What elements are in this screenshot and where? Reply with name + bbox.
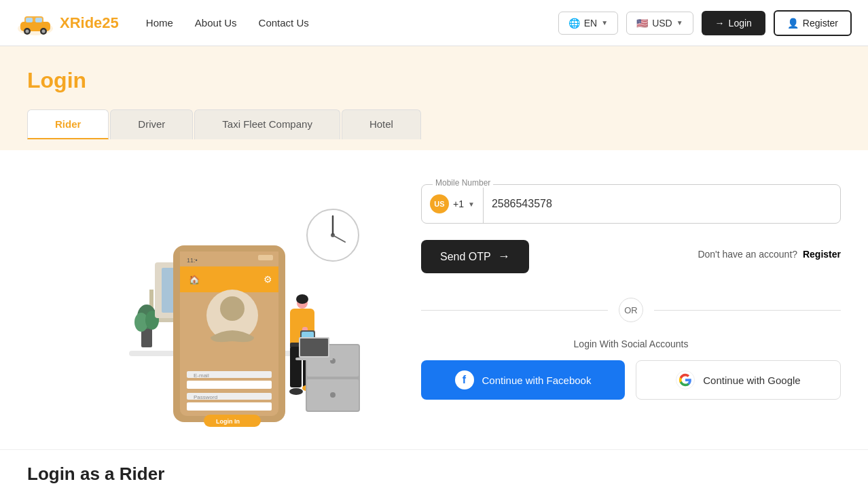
login-label: Login bbox=[729, 18, 752, 29]
register-label: Register bbox=[803, 18, 838, 29]
arrow-right-icon: → bbox=[498, 249, 510, 264]
google-login-button[interactable]: Continue with Google bbox=[636, 360, 841, 400]
svg-point-8 bbox=[42, 29, 46, 33]
fb-btn-label: Continue with Facebook bbox=[482, 375, 592, 386]
nav-about[interactable]: About Us bbox=[195, 2, 237, 44]
mobile-label: Mobile Number bbox=[433, 178, 493, 188]
svg-point-6 bbox=[26, 29, 29, 33]
tab-hotel[interactable]: Hotel bbox=[342, 109, 421, 139]
svg-text:⚙: ⚙ bbox=[264, 274, 272, 285]
usd-flag-icon: 🇺🇸 bbox=[636, 18, 648, 29]
hero-section: Login Rider Driver Taxi Fleet Company Ho… bbox=[0, 46, 868, 150]
svg-text:🏠: 🏠 bbox=[189, 274, 200, 285]
phone-input[interactable] bbox=[484, 188, 840, 220]
svg-rect-65 bbox=[300, 339, 328, 356]
svg-rect-3 bbox=[26, 18, 33, 22]
bottom-section: Login as a Rider Login / Register with y… bbox=[0, 449, 868, 486]
google-icon bbox=[676, 370, 695, 389]
chevron-down-icon: ▼ bbox=[601, 19, 608, 27]
currency-label: USD bbox=[652, 18, 672, 29]
tab-taxi-fleet[interactable]: Taxi Fleet Company bbox=[194, 109, 340, 139]
no-account-text: Don't have an account? bbox=[698, 249, 797, 260]
flag-icon: US bbox=[430, 194, 449, 213]
logo-text: XRide25 bbox=[60, 14, 119, 32]
main-content: 11:• E-mail Password Login In ⚙ 🏠 bbox=[0, 150, 868, 449]
google-btn-label: Continue with Google bbox=[703, 375, 800, 386]
page-title: Login bbox=[27, 68, 841, 93]
globe-icon: 🌐 bbox=[568, 18, 580, 29]
header: XRide25 Home About Us Contact Us 🌐 EN ▼ … bbox=[0, 0, 868, 46]
bottom-title: Login as a Rider bbox=[27, 464, 841, 485]
svg-text:11:•: 11:• bbox=[187, 257, 198, 264]
nav-home[interactable]: Home bbox=[146, 2, 173, 44]
svg-rect-33 bbox=[258, 255, 273, 260]
country-code-selector[interactable]: US +1 ▼ bbox=[422, 185, 484, 223]
send-otp-label: Send OTP bbox=[440, 251, 491, 263]
svg-point-48 bbox=[296, 294, 308, 304]
dial-code: +1 bbox=[453, 198, 464, 209]
register-link[interactable]: Register bbox=[803, 249, 841, 260]
login-illustration: 11:• E-mail Password Login In ⚙ 🏠 bbox=[61, 181, 360, 432]
header-right: 🌐 EN ▼ 🇺🇸 USD ▼ → Login 👤 Register bbox=[558, 10, 852, 36]
logo[interactable]: XRide25 bbox=[16, 10, 119, 37]
social-title: Login With Social Accounts bbox=[421, 339, 841, 349]
svg-rect-42 bbox=[187, 402, 272, 411]
svg-text:E-mail: E-mail bbox=[194, 372, 209, 379]
tab-rider[interactable]: Rider bbox=[27, 109, 109, 139]
or-divider: OR bbox=[421, 298, 841, 322]
facebook-login-button[interactable]: f Continue with Facebook bbox=[421, 360, 625, 400]
svg-rect-39 bbox=[187, 381, 272, 389]
login-icon: → bbox=[715, 18, 725, 29]
otp-row: Send OTP → Don't have an account? Regist… bbox=[421, 240, 841, 284]
or-line-left bbox=[421, 310, 608, 311]
currency-selector[interactable]: 🇺🇸 USD ▼ bbox=[626, 12, 693, 35]
no-account-row: Don't have an account? Register bbox=[698, 249, 841, 260]
nav: Home About Us Contact Us bbox=[146, 2, 558, 44]
lang-label: EN bbox=[584, 18, 597, 29]
svg-text:Password: Password bbox=[194, 394, 217, 400]
svg-point-53 bbox=[289, 388, 303, 395]
login-tabs: Rider Driver Taxi Fleet Company Hotel bbox=[27, 109, 841, 139]
svg-rect-4 bbox=[35, 18, 42, 22]
chevron-down-icon-3: ▼ bbox=[468, 201, 475, 208]
mobile-number-field: Mobile Number US +1 ▼ bbox=[421, 184, 841, 224]
illustration-panel: 11:• E-mail Password Login In ⚙ 🏠 bbox=[27, 177, 394, 436]
svg-line-28 bbox=[333, 235, 345, 242]
register-button[interactable]: 👤 Register bbox=[774, 10, 852, 36]
svg-point-63 bbox=[330, 392, 336, 398]
social-buttons: f Continue with Facebook Continue with G… bbox=[421, 360, 841, 400]
language-selector[interactable]: 🌐 EN ▼ bbox=[558, 12, 618, 35]
tab-driver[interactable]: Driver bbox=[110, 109, 193, 139]
svg-point-36 bbox=[220, 296, 245, 321]
mobile-field-inner: US +1 ▼ bbox=[422, 185, 840, 223]
nav-contact[interactable]: Contact Us bbox=[259, 2, 309, 44]
logo-icon bbox=[16, 10, 54, 37]
or-line-right bbox=[654, 310, 841, 311]
register-icon: 👤 bbox=[787, 18, 799, 29]
or-label: OR bbox=[619, 298, 643, 322]
login-button[interactable]: → Login bbox=[702, 11, 765, 35]
login-form: Mobile Number US +1 ▼ Send OTP → Don't h… bbox=[421, 177, 841, 436]
facebook-icon: f bbox=[455, 370, 474, 389]
svg-rect-66 bbox=[295, 358, 333, 360]
chevron-down-icon-2: ▼ bbox=[676, 19, 683, 27]
svg-text:Login In: Login In bbox=[216, 418, 240, 425]
send-otp-button[interactable]: Send OTP → bbox=[421, 240, 529, 273]
